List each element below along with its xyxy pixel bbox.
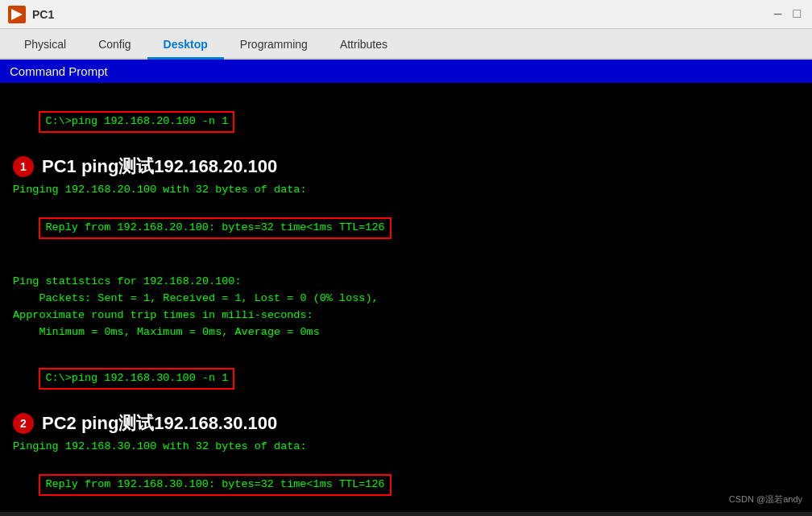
title-bar: PC1 — □ (0, 0, 812, 29)
annotation-circle-1: 1 (13, 156, 34, 177)
stats-packets-1: Packets: Sent = 1, Received = 1, Lost = … (13, 291, 799, 308)
annotation-label-1: PC1 ping测试192.168.20.100 (42, 155, 277, 179)
annotation-circle-2: 2 (13, 413, 34, 434)
reply-box-1: Reply from 192.168.20.100: bytes=32 time… (39, 217, 391, 239)
tab-bar: Physical Config Desktop Programming Attr… (0, 29, 812, 60)
reply-line-2: Reply from 192.168.30.100: bytes=32 time… (13, 456, 799, 512)
annotation-row-2: 2 PC2 ping测试192.168.30.100 (13, 411, 799, 436)
tab-attributes[interactable]: Attributes (324, 31, 404, 60)
stats-approx-1: Approximate round trip times in milli-se… (13, 308, 799, 324)
pinging-line-1: Pinging 192.168.20.100 with 32 bytes of … (13, 182, 799, 199)
blank-1 (13, 257, 799, 274)
terminal-area[interactable]: C:\>ping 192.168.20.100 -n 1 1 PC1 ping测… (0, 83, 812, 512)
window-controls: — □ (771, 7, 804, 22)
tab-desktop[interactable]: Desktop (147, 31, 224, 60)
ping-cmd-2: C:\>ping 192.168.30.100 -n 1 (39, 368, 234, 390)
reply-line-1: Reply from 192.168.20.100: bytes=32 time… (13, 199, 799, 258)
stats-minmax-1: Minimum = 0ms, Maximum = 0ms, Average = … (13, 324, 799, 341)
annotation-row-1: 1 PC1 ping测试192.168.20.100 (13, 155, 799, 179)
pinging-line-2: Pinging 192.168.30.100 with 32 bytes of … (13, 439, 799, 456)
stats-label-1: Ping statistics for 192.168.20.100: (13, 274, 799, 291)
cmd-line-1: C:\>ping 192.168.20.100 -n 1 (13, 93, 799, 151)
cmd-header: Command Prompt (0, 60, 812, 83)
reply-box-2: Reply from 192.168.30.100: bytes=32 time… (39, 474, 391, 496)
minimize-button[interactable]: — (771, 7, 785, 22)
section-gap (13, 341, 799, 349)
watermark: CSDN @温若andy (729, 493, 802, 506)
tab-physical[interactable]: Physical (8, 31, 82, 60)
ping-cmd-1: C:\>ping 192.168.20.100 -n 1 (39, 111, 234, 133)
window-title: PC1 (32, 8, 54, 21)
cmd-line-2: C:\>ping 192.168.30.100 -n 1 (13, 349, 799, 408)
maximize-button[interactable]: □ (789, 7, 804, 22)
app-logo-icon (8, 6, 26, 23)
tab-config[interactable]: Config (82, 31, 147, 60)
annotation-label-2: PC2 ping测试192.168.30.100 (42, 411, 277, 436)
tab-programming[interactable]: Programming (224, 31, 324, 60)
